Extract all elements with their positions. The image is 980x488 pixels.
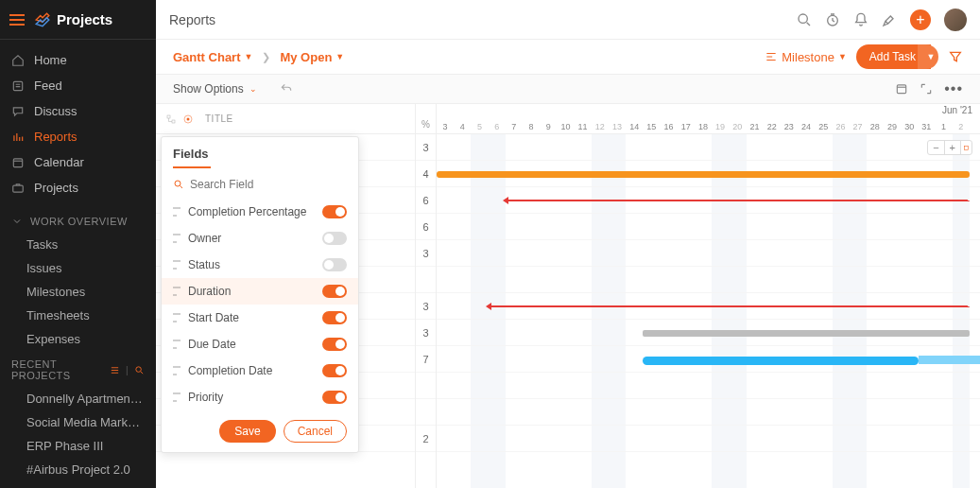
recent-project-item[interactable]: Zylker Solutions and Co: [0, 481, 156, 488]
sidebar-item-projects[interactable]: Projects: [0, 175, 156, 200]
sidebar-item-feed[interactable]: Feed: [0, 73, 156, 98]
work-overview-header[interactable]: WORK OVERVIEW: [0, 208, 156, 233]
day-label: 20: [729, 122, 746, 131]
overview-item[interactable]: Issues: [0, 256, 156, 280]
popover-search: [162, 174, 358, 199]
hierarchy-icon[interactable]: [165, 113, 177, 125]
drag-handle-icon[interactable]: [173, 234, 181, 243]
drag-handle-icon[interactable]: [173, 340, 181, 349]
expand-icon[interactable]: [920, 82, 933, 96]
search-icon[interactable]: [797, 12, 812, 27]
timeline-row: [437, 346, 980, 373]
field-row[interactable]: Priority: [162, 384, 358, 410]
show-options-dropdown[interactable]: Show Options⌄: [173, 82, 257, 96]
pct-cell: 3: [416, 134, 436, 161]
timer-icon[interactable]: [825, 12, 840, 27]
cancel-button[interactable]: Cancel: [284, 420, 347, 443]
gantt-title-header: TITLE: [156, 104, 415, 134]
gantt-bar[interactable]: [506, 200, 970, 201]
overview-item[interactable]: Milestones: [0, 280, 156, 304]
day-label: 9: [540, 122, 557, 131]
field-row[interactable]: Duration: [162, 278, 358, 305]
pct-cell: 6: [416, 214, 436, 240]
recent-project-item[interactable]: #Airbus Project 2.0: [0, 458, 156, 481]
milestone-dropdown[interactable]: Milestone▼: [765, 50, 847, 64]
search-input[interactable]: [190, 178, 347, 191]
fit-icon[interactable]: [961, 143, 971, 153]
nav-label: Projects: [34, 181, 78, 195]
zoom-in[interactable]: +: [944, 141, 961, 154]
calendar-icon[interactable]: [895, 82, 908, 96]
toggle[interactable]: [322, 391, 347, 404]
recent-project-item[interactable]: Donnelly Apartments C: [0, 387, 156, 410]
drag-handle-icon[interactable]: [173, 313, 181, 322]
gantt-right-pane[interactable]: % 346633372 Jun '21 34567891011121314151…: [416, 104, 980, 488]
timeline-row: [437, 293, 980, 320]
tab-underline: [173, 166, 211, 168]
save-button[interactable]: Save: [219, 420, 275, 443]
drag-handle-icon[interactable]: [173, 260, 181, 270]
gantt-bar[interactable]: [643, 357, 918, 365]
add-task-split[interactable]: ▼: [918, 44, 938, 69]
popover-title: Fields: [162, 137, 358, 166]
bell-icon[interactable]: [853, 12, 868, 27]
topbar-actions: +: [797, 9, 967, 31]
field-label: Status: [188, 258, 220, 271]
svg-rect-15: [964, 146, 968, 149]
overview-item[interactable]: Tasks: [0, 233, 156, 256]
toggle[interactable]: [322, 364, 347, 377]
gantt-bar[interactable]: [489, 305, 971, 307]
svg-rect-9: [172, 120, 175, 123]
field-row[interactable]: Completion Percentage: [162, 199, 358, 225]
settings-icon[interactable]: [110, 365, 120, 375]
undo-icon[interactable]: [280, 82, 293, 96]
timeline: Jun '21 34567891011121314151617181920212…: [437, 104, 980, 488]
toggle[interactable]: [322, 232, 347, 245]
chevron-down-icon: [11, 216, 23, 227]
toggle[interactable]: [322, 311, 347, 324]
sidebar-item-discuss[interactable]: Discuss: [0, 98, 156, 124]
more-icon[interactable]: •••: [944, 80, 963, 97]
recent-project-item[interactable]: ERP Phase III: [0, 434, 156, 458]
drag-handle-icon[interactable]: [173, 287, 181, 296]
field-row[interactable]: Completion Date: [162, 357, 358, 384]
drag-handle-icon[interactable]: [173, 207, 181, 217]
toggle[interactable]: [322, 258, 347, 271]
tools-icon[interactable]: [882, 12, 897, 27]
field-row[interactable]: Due Date: [162, 331, 358, 357]
filter-dropdown[interactable]: My Open▼: [280, 50, 344, 64]
recent-project-item[interactable]: Social Media Marketing: [0, 410, 156, 434]
day-label: 7: [506, 122, 523, 131]
field-row[interactable]: Owner: [162, 225, 358, 252]
toggle[interactable]: [322, 205, 347, 218]
svg-point-11: [187, 117, 190, 120]
gantt-bar-tail[interactable]: [919, 356, 980, 364]
drag-handle-icon[interactable]: [173, 366, 181, 375]
overview-item[interactable]: Expenses: [0, 327, 156, 351]
reports-icon: [11, 131, 25, 144]
sidebar-item-reports[interactable]: Reports: [0, 124, 156, 149]
toggle[interactable]: [322, 338, 347, 351]
drag-handle-icon[interactable]: [173, 392, 181, 402]
timeline-row: [437, 161, 980, 187]
sidebar-item-home[interactable]: Home: [0, 47, 156, 73]
gantt-bar[interactable]: [437, 171, 970, 178]
view-dropdown[interactable]: Gantt Chart▼: [173, 50, 252, 64]
zoom-out[interactable]: −: [928, 141, 943, 154]
search-icon[interactable]: [134, 365, 145, 375]
hamburger-icon[interactable]: [9, 14, 25, 26]
gantt-bar[interactable]: [643, 330, 970, 337]
overview-item[interactable]: Timesheets: [0, 304, 156, 327]
add-button[interactable]: +: [910, 9, 931, 30]
home-icon: [11, 54, 25, 67]
recent-projects-header[interactable]: RECENT PROJECTS |: [0, 351, 156, 387]
sidebar-item-calendar[interactable]: Calendar: [0, 149, 156, 175]
target-icon[interactable]: [182, 113, 194, 125]
milestone-icon: [765, 50, 778, 63]
filter-icon[interactable]: [948, 49, 963, 64]
avatar[interactable]: [944, 9, 967, 31]
recent-title: RECENT PROJECTS: [11, 358, 110, 381]
field-row[interactable]: Status: [162, 252, 358, 278]
toggle[interactable]: [322, 285, 347, 298]
field-row[interactable]: Start Date: [162, 305, 358, 331]
